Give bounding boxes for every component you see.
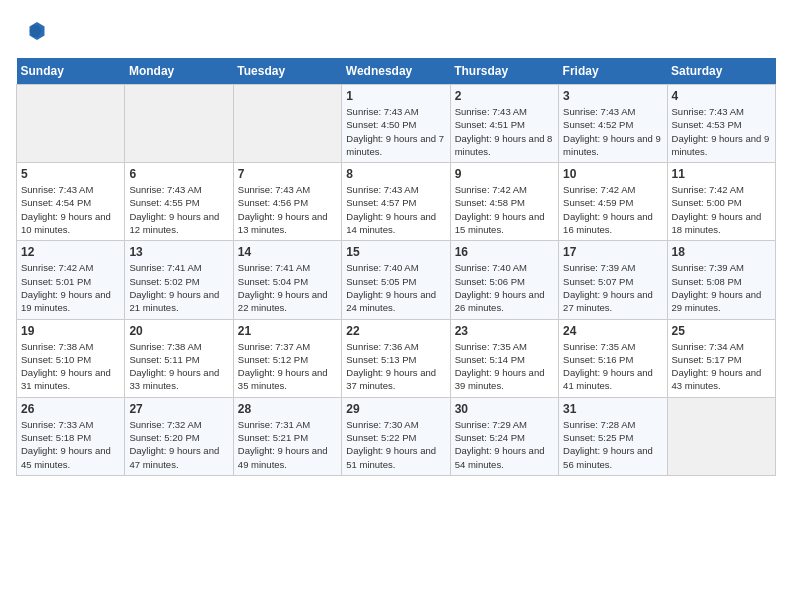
day-info: Sunrise: 7:43 AM Sunset: 4:51 PM Dayligh… [455,105,554,158]
calendar-cell: 18Sunrise: 7:39 AM Sunset: 5:08 PM Dayli… [667,241,775,319]
day-info: Sunrise: 7:36 AM Sunset: 5:13 PM Dayligh… [346,340,445,393]
day-number: 12 [21,245,120,259]
day-info: Sunrise: 7:37 AM Sunset: 5:12 PM Dayligh… [238,340,337,393]
calendar-cell: 30Sunrise: 7:29 AM Sunset: 5:24 PM Dayli… [450,397,558,475]
week-row-3: 12Sunrise: 7:42 AM Sunset: 5:01 PM Dayli… [17,241,776,319]
day-info: Sunrise: 7:32 AM Sunset: 5:20 PM Dayligh… [129,418,228,471]
day-info: Sunrise: 7:40 AM Sunset: 5:05 PM Dayligh… [346,261,445,314]
calendar-cell: 4Sunrise: 7:43 AM Sunset: 4:53 PM Daylig… [667,85,775,163]
day-info: Sunrise: 7:43 AM Sunset: 4:53 PM Dayligh… [672,105,771,158]
header-row: SundayMondayTuesdayWednesdayThursdayFrid… [17,58,776,85]
day-number: 2 [455,89,554,103]
day-info: Sunrise: 7:35 AM Sunset: 5:16 PM Dayligh… [563,340,662,393]
day-number: 8 [346,167,445,181]
day-number: 15 [346,245,445,259]
day-info: Sunrise: 7:43 AM Sunset: 4:57 PM Dayligh… [346,183,445,236]
day-info: Sunrise: 7:35 AM Sunset: 5:14 PM Dayligh… [455,340,554,393]
week-row-2: 5Sunrise: 7:43 AM Sunset: 4:54 PM Daylig… [17,163,776,241]
day-number: 25 [672,324,771,338]
day-number: 24 [563,324,662,338]
calendar-cell: 20Sunrise: 7:38 AM Sunset: 5:11 PM Dayli… [125,319,233,397]
day-number: 11 [672,167,771,181]
calendar-cell: 9Sunrise: 7:42 AM Sunset: 4:58 PM Daylig… [450,163,558,241]
day-number: 14 [238,245,337,259]
day-info: Sunrise: 7:34 AM Sunset: 5:17 PM Dayligh… [672,340,771,393]
day-info: Sunrise: 7:42 AM Sunset: 4:59 PM Dayligh… [563,183,662,236]
day-number: 4 [672,89,771,103]
day-number: 18 [672,245,771,259]
calendar-cell [667,397,775,475]
day-info: Sunrise: 7:43 AM Sunset: 4:56 PM Dayligh… [238,183,337,236]
day-number: 9 [455,167,554,181]
calendar-cell: 31Sunrise: 7:28 AM Sunset: 5:25 PM Dayli… [559,397,667,475]
day-header-friday: Friday [559,58,667,85]
calendar-cell: 12Sunrise: 7:42 AM Sunset: 5:01 PM Dayli… [17,241,125,319]
day-info: Sunrise: 7:41 AM Sunset: 5:02 PM Dayligh… [129,261,228,314]
day-number: 23 [455,324,554,338]
day-number: 1 [346,89,445,103]
calendar-cell: 24Sunrise: 7:35 AM Sunset: 5:16 PM Dayli… [559,319,667,397]
calendar-cell: 13Sunrise: 7:41 AM Sunset: 5:02 PM Dayli… [125,241,233,319]
calendar-cell: 22Sunrise: 7:36 AM Sunset: 5:13 PM Dayli… [342,319,450,397]
day-number: 22 [346,324,445,338]
day-info: Sunrise: 7:40 AM Sunset: 5:06 PM Dayligh… [455,261,554,314]
day-number: 30 [455,402,554,416]
calendar-cell: 25Sunrise: 7:34 AM Sunset: 5:17 PM Dayli… [667,319,775,397]
day-number: 21 [238,324,337,338]
day-info: Sunrise: 7:43 AM Sunset: 4:50 PM Dayligh… [346,105,445,158]
calendar-cell: 6Sunrise: 7:43 AM Sunset: 4:55 PM Daylig… [125,163,233,241]
calendar-cell: 23Sunrise: 7:35 AM Sunset: 5:14 PM Dayli… [450,319,558,397]
calendar-table: SundayMondayTuesdayWednesdayThursdayFrid… [16,58,776,476]
day-info: Sunrise: 7:31 AM Sunset: 5:21 PM Dayligh… [238,418,337,471]
day-info: Sunrise: 7:43 AM Sunset: 4:55 PM Dayligh… [129,183,228,236]
day-info: Sunrise: 7:29 AM Sunset: 5:24 PM Dayligh… [455,418,554,471]
calendar-cell: 8Sunrise: 7:43 AM Sunset: 4:57 PM Daylig… [342,163,450,241]
day-info: Sunrise: 7:39 AM Sunset: 5:08 PM Dayligh… [672,261,771,314]
calendar-cell [125,85,233,163]
day-header-monday: Monday [125,58,233,85]
calendar-cell: 17Sunrise: 7:39 AM Sunset: 5:07 PM Dayli… [559,241,667,319]
day-number: 6 [129,167,228,181]
calendar-cell: 1Sunrise: 7:43 AM Sunset: 4:50 PM Daylig… [342,85,450,163]
logo [16,16,50,46]
day-number: 28 [238,402,337,416]
calendar-cell: 5Sunrise: 7:43 AM Sunset: 4:54 PM Daylig… [17,163,125,241]
day-info: Sunrise: 7:30 AM Sunset: 5:22 PM Dayligh… [346,418,445,471]
calendar-cell: 7Sunrise: 7:43 AM Sunset: 4:56 PM Daylig… [233,163,341,241]
calendar-cell: 11Sunrise: 7:42 AM Sunset: 5:00 PM Dayli… [667,163,775,241]
day-header-saturday: Saturday [667,58,775,85]
week-row-1: 1Sunrise: 7:43 AM Sunset: 4:50 PM Daylig… [17,85,776,163]
calendar-cell: 15Sunrise: 7:40 AM Sunset: 5:05 PM Dayli… [342,241,450,319]
week-row-5: 26Sunrise: 7:33 AM Sunset: 5:18 PM Dayli… [17,397,776,475]
calendar-cell: 29Sunrise: 7:30 AM Sunset: 5:22 PM Dayli… [342,397,450,475]
day-info: Sunrise: 7:38 AM Sunset: 5:10 PM Dayligh… [21,340,120,393]
day-number: 17 [563,245,662,259]
day-header-thursday: Thursday [450,58,558,85]
day-info: Sunrise: 7:43 AM Sunset: 4:54 PM Dayligh… [21,183,120,236]
calendar-cell: 21Sunrise: 7:37 AM Sunset: 5:12 PM Dayli… [233,319,341,397]
calendar-cell: 14Sunrise: 7:41 AM Sunset: 5:04 PM Dayli… [233,241,341,319]
day-info: Sunrise: 7:42 AM Sunset: 5:01 PM Dayligh… [21,261,120,314]
calendar-cell: 28Sunrise: 7:31 AM Sunset: 5:21 PM Dayli… [233,397,341,475]
day-number: 3 [563,89,662,103]
day-number: 27 [129,402,228,416]
day-header-sunday: Sunday [17,58,125,85]
day-header-wednesday: Wednesday [342,58,450,85]
calendar-cell [233,85,341,163]
day-number: 19 [21,324,120,338]
day-number: 10 [563,167,662,181]
calendar-cell: 26Sunrise: 7:33 AM Sunset: 5:18 PM Dayli… [17,397,125,475]
week-row-4: 19Sunrise: 7:38 AM Sunset: 5:10 PM Dayli… [17,319,776,397]
day-number: 31 [563,402,662,416]
day-number: 20 [129,324,228,338]
day-info: Sunrise: 7:42 AM Sunset: 5:00 PM Dayligh… [672,183,771,236]
day-info: Sunrise: 7:28 AM Sunset: 5:25 PM Dayligh… [563,418,662,471]
calendar-cell: 2Sunrise: 7:43 AM Sunset: 4:51 PM Daylig… [450,85,558,163]
day-info: Sunrise: 7:33 AM Sunset: 5:18 PM Dayligh… [21,418,120,471]
day-info: Sunrise: 7:43 AM Sunset: 4:52 PM Dayligh… [563,105,662,158]
day-info: Sunrise: 7:42 AM Sunset: 4:58 PM Dayligh… [455,183,554,236]
calendar-cell: 16Sunrise: 7:40 AM Sunset: 5:06 PM Dayli… [450,241,558,319]
day-header-tuesday: Tuesday [233,58,341,85]
day-info: Sunrise: 7:41 AM Sunset: 5:04 PM Dayligh… [238,261,337,314]
calendar-cell [17,85,125,163]
